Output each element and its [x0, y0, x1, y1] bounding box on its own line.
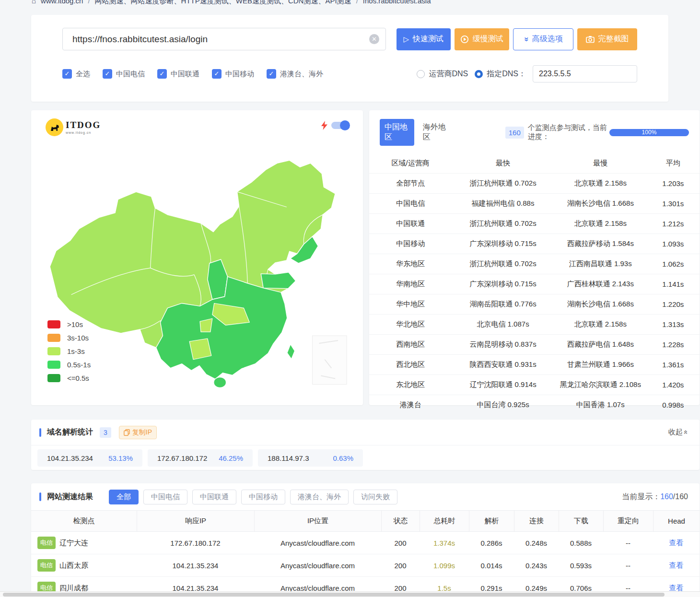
url-input[interactable] — [62, 28, 386, 50]
chevron-up-icon: « — [682, 430, 690, 434]
map-speed-toggle[interactable] — [331, 122, 350, 129]
dns-stats-card: 域名解析统计 3 复制IP 收起 « 104.21.35.234 53.13% … — [31, 420, 700, 470]
monitor-text: 个监测点参与测试，当前进度： — [528, 123, 609, 141]
home-icon: ⌂ — [32, 0, 36, 7]
table-row: 中国联通浙江杭州联通 0.702s北京联通 2.158s1.212s — [369, 213, 700, 234]
test-form-card: ✕ ▷ 快速测试 缓慢测试 « 高级选项 完整截图 ✓ — [31, 15, 668, 102]
head-view-link[interactable]: 查看 — [653, 561, 700, 570]
dog-logo-icon — [46, 118, 63, 136]
tab-overseas-region[interactable]: 海外地区 — [423, 122, 448, 142]
map-card: ITDOG www.itdog.cn — [31, 110, 363, 405]
camera-icon — [586, 35, 595, 43]
region-table: 区域/运营商 最快 最慢 平均 全部节点浙江杭州联通 0.702s北京联通 2.… — [369, 153, 700, 415]
table-row: 全部节点浙江杭州联通 0.702s北京联通 2.158s1.203s — [369, 173, 700, 193]
table-row: 电信 辽宁大连 172.67.180.172 Anycast/cloudflar… — [31, 532, 700, 554]
checkbox-china-telecom[interactable]: ✓ 中国电信 — [103, 69, 145, 79]
monitor-count-badge: 160 — [505, 127, 524, 139]
collapse-button[interactable]: 收起 « — [668, 428, 688, 437]
table-row: 华东地区浙江杭州联通 0.702s江西南昌联通 1.93s1.062s — [369, 254, 700, 274]
checkbox-hk-overseas[interactable]: ✓ 港澳台、海外 — [267, 69, 323, 79]
table-row: 港澳台中国台湾 0.925s中国香港 1.07s0.998s — [369, 395, 700, 415]
clear-url-icon[interactable]: ✕ — [369, 34, 379, 44]
table-row: 西南地区云南昆明移动 0.837s西藏拉萨电信 1.648s1.228s — [369, 334, 700, 354]
progress-bar: 100% — [609, 129, 689, 136]
section-accent-bar — [39, 428, 41, 437]
screenshot-button[interactable]: 完整截图 — [577, 28, 637, 50]
tab-china-region[interactable]: 中国地区 — [380, 119, 414, 146]
copy-icon — [124, 429, 130, 436]
table-row: 东北地区辽宁沈阳联通 0.914s黑龙江哈尔滨联通 2.108s1.420s — [369, 375, 700, 395]
legend-item: 0.5s-1s — [47, 361, 91, 369]
head-view-link[interactable]: 查看 — [653, 538, 700, 548]
filter-china-unicom[interactable]: 中国联通 — [192, 490, 236, 504]
breadcrumb: ⌂ www.itdog.cn / 网站测速、网站速度诊断、HTTP速度测试、WE… — [0, 0, 700, 7]
legend-swatch — [47, 334, 60, 342]
copy-ip-button[interactable]: 复制IP — [119, 426, 157, 439]
breadcrumb-separator: / — [88, 0, 90, 7]
ip-stat-item[interactable]: 188.114.97.3 0.63% — [258, 449, 363, 467]
dns-stats-title: 域名解析统计 — [47, 427, 93, 437]
scrollbar-thumb[interactable] — [3, 593, 665, 597]
carrier-badge: 电信 — [37, 559, 56, 572]
horizontal-scrollbar[interactable] — [0, 591, 700, 597]
filter-hk-overseas[interactable]: 港澳台、海外 — [290, 490, 349, 504]
play-icon: ▷ — [404, 35, 409, 44]
results-card: 网站测速结果 全部 中国电信 中国联通 中国移动 港澳台、海外 访问失败 当前显… — [31, 483, 700, 597]
lightning-icon — [321, 121, 327, 130]
table-row: 华南地区广东深圳移动 0.715s广西桂林联通 2.143s1.141s — [369, 274, 700, 294]
carrier-badge: 电信 — [37, 537, 56, 549]
dns-count-badge: 3 — [100, 427, 111, 438]
radio-custom-dns[interactable] — [475, 70, 483, 78]
checkbox-china-unicom[interactable]: ✓ 中国联通 — [157, 69, 199, 79]
legend-item: 1s-3s — [47, 347, 91, 355]
checkbox-china-mobile[interactable]: ✓ 中国移动 — [212, 69, 254, 79]
legend-item: >10s — [47, 320, 91, 328]
breadcrumb-current: fnos.rabbitcutest.asia — [363, 0, 431, 7]
table-row: 华中地区湖南岳阳联通 0.776s湖南长沙电信 1.668s1.220s — [369, 294, 700, 314]
legend-item: <=0.5s — [47, 374, 91, 382]
checkbox-checked-icon: ✓ — [157, 69, 167, 79]
legend-swatch — [47, 320, 60, 328]
toggle-knob — [340, 120, 350, 130]
table-row: 电信 山西太原 104.21.35.234 Anycast/cloudflare… — [31, 554, 700, 577]
itdog-logo: ITDOG www.itdog.cn — [46, 118, 101, 136]
ip-stat-item[interactable]: 104.21.35.234 53.13% — [37, 449, 142, 467]
legend-swatch — [47, 361, 60, 369]
checkbox-checked-icon: ✓ — [62, 69, 72, 79]
map-legend: >10s 3s-10s 1s-3s 0.5s-1s <=0.5s — [47, 315, 91, 382]
region-table-header: 区域/运营商 最快 最慢 平均 — [369, 153, 700, 173]
filter-all[interactable]: 全部 — [109, 490, 139, 504]
checkbox-select-all[interactable]: ✓ 全选 — [62, 69, 90, 79]
breadcrumb-separator: / — [356, 0, 358, 7]
legend-item: 3s-10s — [47, 334, 91, 342]
custom-dns-input[interactable] — [533, 65, 637, 82]
table-row: 中国电信福建福州电信 0.88s湖南长沙电信 1.668s1.301s — [369, 193, 700, 213]
filter-failed[interactable]: 访问失败 — [353, 490, 397, 504]
filter-china-mobile[interactable]: 中国移动 — [241, 490, 285, 504]
results-table-header: 检测点 响应IP IP位置 状态 总耗时 解析 连接 下载 重定向 Head — [31, 511, 700, 532]
fast-test-button[interactable]: ▷ 快速测试 — [397, 28, 451, 50]
table-row: 中国移动广东深圳移动 0.715s西藏拉萨移动 1.584s1.093s — [369, 234, 700, 254]
ip-stat-item[interactable]: 172.67.180.172 46.25% — [148, 449, 253, 467]
section-accent-bar — [39, 492, 41, 501]
legend-swatch — [47, 347, 60, 355]
breadcrumb-site[interactable]: www.itdog.cn — [41, 0, 83, 7]
checkbox-checked-icon: ✓ — [267, 69, 276, 79]
breadcrumb-services[interactable]: 网站测速、网站速度诊断、HTTP速度测试、WEB速度测试、CDN测速、API测速 — [95, 0, 351, 7]
table-row: 西北地区陕西西安联通 0.931s甘肃兰州联通 1.966s1.361s — [369, 354, 700, 375]
checkbox-checked-icon: ✓ — [212, 69, 222, 79]
region-summary-card: 中国地区 海外地区 160 个监测点参与测试，当前进度： 100% 区域/运营商… — [369, 110, 700, 405]
advanced-options-button[interactable]: « 高级选项 — [513, 28, 573, 50]
clock-play-icon — [460, 35, 469, 44]
display-count: 当前显示：160/160 — [622, 492, 688, 502]
slow-test-button[interactable]: 缓慢测试 — [455, 28, 509, 50]
filter-china-telecom[interactable]: 中国电信 — [143, 490, 187, 504]
chevron-down-icon: « — [521, 37, 531, 41]
results-table: 检测点 响应IP IP位置 状态 总耗时 解析 连接 下载 重定向 Head 电… — [31, 510, 700, 597]
checkbox-checked-icon: ✓ — [103, 69, 112, 79]
table-row: 华北地区北京电信 1.087s北京联通 2.158s1.313s — [369, 314, 700, 334]
radio-carrier-dns[interactable] — [417, 70, 425, 78]
legend-swatch — [47, 374, 60, 382]
results-title: 网站测速结果 — [47, 492, 93, 502]
